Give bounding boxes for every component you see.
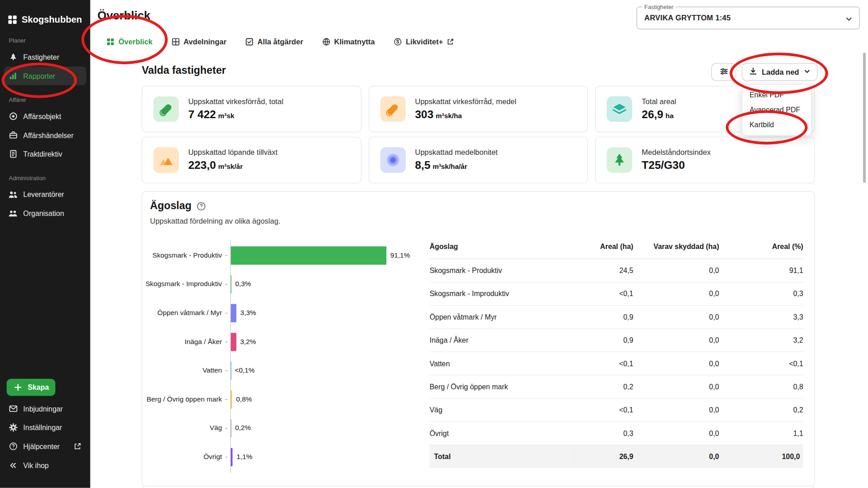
tab-label: Likviditet+ — [406, 38, 443, 46]
logo-icon — [8, 15, 17, 24]
agoslag-table: Ägoslag Areal (ha) Varav skyddad (ha) Ar… — [429, 235, 803, 468]
agoslag-table-cell: <0,1 — [569, 352, 633, 375]
tab-label: Överblick — [119, 38, 153, 46]
scrollbar-thumb[interactable] — [863, 53, 866, 182]
help-circle-icon — [8, 442, 18, 451]
tab-alla-atgarder[interactable]: Alla åtgärder — [245, 38, 303, 46]
sidebar-item-vik-ihop[interactable]: Vik ihop — [0, 456, 90, 475]
download-button[interactable]: Ladda ned — [742, 63, 817, 81]
settings-button[interactable] — [711, 63, 736, 81]
sidebar-item-hjalpcenter[interactable]: Hjälpcenter — [0, 437, 90, 456]
chart-category-label: Öppen våtmark / Myr — [142, 309, 225, 317]
collapse-icon — [8, 460, 18, 470]
menu-item-avancerad-pdf[interactable]: Avancerad PDF — [742, 102, 811, 117]
stat-card-medelbonitet: Uppskattad medelbonitet 8,5m³sk/ha/år — [368, 137, 588, 183]
chart-bar — [231, 390, 232, 408]
agoslag-table-cell: 91,1 — [719, 258, 803, 282]
sidebar-item-installningar[interactable]: Inställningar — [0, 418, 90, 437]
document-icon — [8, 149, 18, 159]
sidebar-item-affarsobjekt[interactable]: Affärsobjekt — [0, 107, 90, 126]
chart-category-label: Inäga / Åker — [142, 338, 225, 345]
sidebar-item-rapporter[interactable]: Rapporter — [4, 67, 86, 86]
agoslag-table-cell: 0,0 — [633, 258, 719, 282]
agoslag-table-row: Skogsmark - Produktiv24,50,091,1 — [429, 258, 803, 282]
agoslag-table-row: Skogsmark - Improduktiv<0,10,00,3 — [429, 282, 803, 305]
agoslag-table-cell: 0,0 — [633, 398, 719, 421]
sidebar-item-label: Organisation — [23, 209, 64, 217]
agoslag-table-cell: 0,0 — [633, 352, 719, 375]
chart-category-label: Vatten — [142, 367, 225, 374]
stat-unit: ha — [666, 112, 674, 120]
mountains-icon — [153, 147, 179, 172]
app-root: Skogshubben Planer Fastigheter Rapporter… — [0, 0, 868, 488]
external-link-icon — [447, 38, 454, 45]
stat-card-medelstandortsindex: Medelståndortsindex T25/G30 — [595, 137, 815, 183]
stat-label: Total areal — [642, 97, 676, 105]
gear-icon — [8, 423, 18, 432]
chart-tick-mark — [225, 341, 228, 342]
agoslag-table-cell: 26,9 — [569, 445, 633, 468]
sidebar-item-label: Vik ihop — [23, 461, 48, 469]
menu-item-enkel-pdf[interactable]: Enkel PDF — [742, 87, 811, 102]
sidebar-item-fastigheter[interactable]: Fastigheter — [0, 48, 90, 67]
tab-avdelningar[interactable]: Avdelningar — [172, 38, 227, 46]
tab-bar: Överblick Avdelningar Alla åtgärder Klim… — [106, 33, 454, 50]
chart-tick-mark — [225, 428, 228, 428]
sidebar-item-traktdirektiv[interactable]: Traktdirektiv — [0, 144, 90, 163]
chevron-down-icon — [845, 15, 853, 25]
chart-row: Inäga / Åker3,2% — [142, 327, 424, 356]
table-header-varav-skyddad: Varav skyddad (ha) — [633, 235, 719, 259]
layers-icon — [607, 96, 632, 122]
chart-value-label: 91,1% — [390, 251, 410, 259]
sidebar-footer: Skapa Inbjudningar Inställningar Hjälpce… — [0, 379, 90, 475]
globe-icon — [322, 38, 330, 46]
tab-klimatnytta[interactable]: Klimatnytta — [322, 38, 375, 46]
briefcase-icon — [8, 130, 18, 140]
stat-label: Uppskattad medelbonitet — [415, 148, 498, 157]
chart-value-label: 0,3% — [235, 280, 251, 288]
property-selector-label: Fastigheter — [642, 3, 676, 10]
chart-category-label: Berg / Övrig öppen mark — [142, 395, 225, 403]
sidebar-item-label: Inställningar — [23, 423, 62, 431]
table-header-agoslag: Ägoslag — [429, 235, 569, 259]
agoslag-table-cell: 0,3 — [569, 421, 633, 445]
help-icon[interactable] — [196, 201, 206, 211]
download-menu: Enkel PDF Avancerad PDF Kartbild — [742, 84, 811, 136]
tab-overblick[interactable]: Överblick — [106, 38, 153, 46]
agoslag-table-cell: 0,9 — [569, 305, 633, 328]
chart-row: Väg0,2% — [142, 414, 424, 443]
sidebar-item-affarshandelser[interactable]: Affärshändelser — [0, 126, 90, 145]
page-title: Överblick — [97, 9, 150, 22]
stat-unit: m³sk/ha/år — [433, 163, 467, 171]
agoslag-table-cell: 0,0 — [633, 445, 719, 468]
chart-bar — [231, 333, 236, 351]
agoslag-table-cell: Inäga / Åker — [429, 328, 569, 351]
grid-icon — [106, 38, 114, 46]
stat-unit: m³sk — [218, 112, 234, 120]
sidebar-section-administration: Administration — [9, 174, 81, 181]
sidebar-item-inbjudningar[interactable]: Inbjudningar — [0, 399, 90, 418]
agoslag-table-cell: 3,3 — [719, 305, 803, 328]
agoslag-table-row: Berg / Övrig öppen mark0,20,00,8 — [429, 375, 803, 398]
tab-likviditet[interactable]: Likviditet+ — [394, 38, 454, 46]
stat-card-virkesforrad-total: Uppskattat virkesförråd, total 7 422m³sk — [142, 86, 361, 133]
agoslag-table-total-row: Total26,90,0100,0 — [429, 445, 803, 468]
agoslag-title: Ägoslag — [150, 200, 191, 212]
agoslag-table-cell: Skogsmark - Improduktiv — [429, 282, 569, 305]
menu-item-kartbild[interactable]: Kartbild — [742, 117, 811, 132]
plus-icon — [13, 383, 23, 392]
agoslag-table-cell: 3,2 — [719, 328, 803, 351]
property-selector[interactable]: Fastigheter ARVIKA GRYTTOM 1:45 — [637, 7, 860, 29]
sidebar-section-affarer: Affärer — [9, 96, 81, 103]
agoslag-table-cell: Väg — [429, 398, 569, 421]
target-icon — [8, 111, 18, 121]
sidebar-item-label: Rapporter — [23, 72, 55, 80]
agoslag-table-cell: 0,0 — [633, 328, 719, 351]
chart-row: Öppen våtmark / Myr3,3% — [142, 298, 424, 327]
agoslag-table-row: Övrigt0,30,01,1 — [429, 421, 803, 445]
sidebar-item-organisation[interactable]: Organisation — [0, 204, 90, 223]
sidebar-item-leverantorer[interactable]: Leverantörer — [0, 185, 90, 204]
create-button[interactable]: Skapa — [7, 379, 56, 396]
agoslag-table-cell: Skogsmark - Produktiv — [429, 258, 569, 282]
chart-category-label: Skogsmark - Improduktiv — [142, 280, 225, 288]
